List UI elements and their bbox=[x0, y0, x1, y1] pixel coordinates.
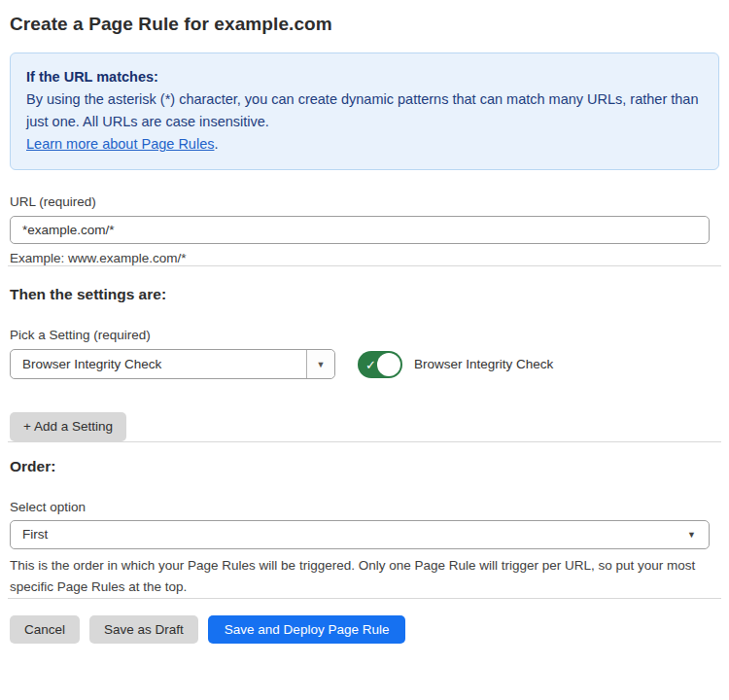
dropdown-arrow-button[interactable]: ▼ bbox=[306, 350, 334, 378]
info-box-body: By using the asterisk (*) character, you… bbox=[26, 88, 703, 133]
order-section-heading: Order: bbox=[10, 458, 719, 475]
order-select-label: Select option bbox=[10, 500, 719, 514]
chevron-down-icon: ▼ bbox=[687, 530, 709, 540]
info-box-heading: If the URL matches: bbox=[26, 66, 703, 88]
setting-dropdown[interactable]: Browser Integrity Check ▼ bbox=[10, 349, 335, 379]
page-title: Create a Page Rule for example.com bbox=[10, 14, 719, 35]
url-field-label: URL (required) bbox=[10, 194, 719, 209]
divider bbox=[8, 441, 721, 442]
settings-section-heading: Then the settings are: bbox=[10, 286, 719, 303]
setting-toggle[interactable]: ✓ bbox=[358, 351, 402, 378]
learn-more-link[interactable]: Learn more about Page Rules bbox=[26, 136, 214, 152]
page-rule-form: Create a Page Rule for example.com If th… bbox=[0, 14, 729, 644]
pick-setting-label: Pick a Setting (required) bbox=[10, 328, 719, 342]
save-deploy-button[interactable]: Save and Deploy Page Rule bbox=[208, 615, 406, 645]
chevron-down-icon: ▼ bbox=[317, 360, 326, 369]
divider bbox=[8, 265, 721, 266]
setting-dropdown-value: Browser Integrity Check bbox=[11, 357, 306, 371]
add-setting-button[interactable]: + Add a Setting bbox=[10, 412, 126, 441]
url-example-helper: Example: www.example.com/* bbox=[10, 251, 719, 265]
link-suffix: . bbox=[214, 136, 218, 152]
info-box-link-line: Learn more about Page Rules. bbox=[26, 133, 703, 156]
divider bbox=[8, 598, 721, 599]
toggle-knob bbox=[377, 353, 400, 376]
order-select[interactable]: First ▼ bbox=[10, 520, 710, 549]
check-icon: ✓ bbox=[365, 358, 376, 370]
footer-actions: Cancel Save as Draft Save and Deploy Pag… bbox=[10, 615, 719, 645]
save-draft-button[interactable]: Save as Draft bbox=[89, 615, 198, 645]
toggle-label: Browser Integrity Check bbox=[414, 357, 553, 371]
order-select-value: First bbox=[11, 527, 687, 542]
url-input[interactable] bbox=[10, 216, 710, 244]
order-helper-text: This is the order in which your Page Rul… bbox=[10, 555, 715, 598]
cancel-button[interactable]: Cancel bbox=[10, 615, 80, 645]
setting-picker-row: Browser Integrity Check ▼ ✓ Browser Inte… bbox=[10, 349, 719, 379]
url-match-info-box: If the URL matches: By using the asteris… bbox=[10, 52, 719, 170]
